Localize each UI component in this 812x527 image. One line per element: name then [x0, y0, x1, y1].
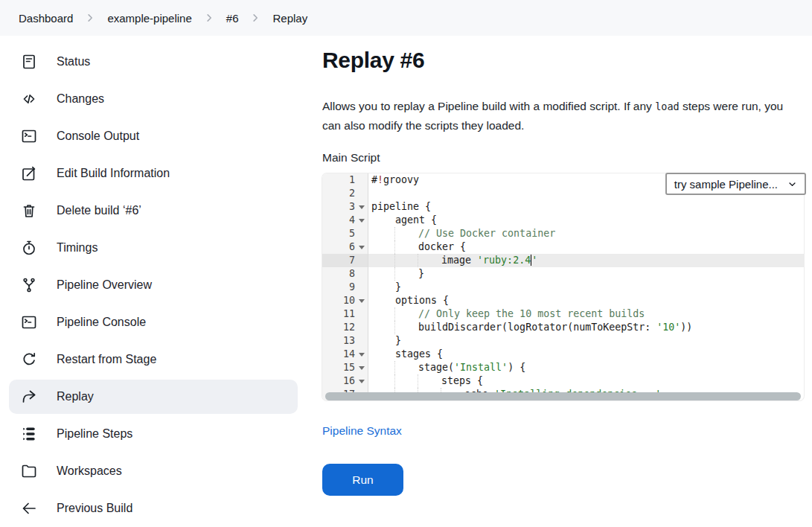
breadcrumb-item-6[interactable]: #6 — [226, 12, 239, 25]
gutter: 8 — [322, 267, 368, 281]
sidebar-item-label: Pipeline Steps — [57, 427, 132, 441]
sidebar-item-workspaces[interactable]: Workspaces — [9, 454, 298, 488]
fold-arrow-icon[interactable] — [355, 240, 368, 254]
description-text: Allows you to replay a Pipeline build wi… — [322, 100, 655, 112]
fold-arrow-icon[interactable] — [355, 374, 368, 388]
code-text[interactable]: docker { — [368, 240, 804, 254]
sidebar-item-restart-from-stage[interactable]: Restart from Stage — [9, 342, 298, 377]
breadcrumb-item-example-pipeline[interactable]: example-pipeline — [107, 12, 191, 25]
code-text[interactable]: stage('Install') { — [368, 361, 804, 374]
sidebar-item-status[interactable]: Status — [9, 45, 298, 79]
sidebar-item-label: Previous Build — [57, 502, 132, 515]
fold-spacer — [355, 334, 368, 348]
sidebar-item-console-output[interactable]: Console Output — [9, 119, 298, 153]
fold-spacer — [355, 187, 368, 200]
line-number: 4 — [322, 214, 355, 227]
token-comment: // Only keep the 10 most recent builds — [418, 308, 645, 319]
code-line[interactable]: 14stages { — [322, 348, 804, 361]
line-number: 15 — [322, 361, 355, 374]
sidebar-item-label: Delete build ‘#6’ — [57, 204, 141, 217]
code-text[interactable]: stages { — [368, 348, 804, 361]
token-plain: groovy — [383, 174, 419, 185]
fold-arrow-icon[interactable] — [355, 348, 368, 361]
code-text[interactable]: options { — [368, 294, 804, 307]
code-text[interactable]: pipeline { — [368, 200, 804, 214]
gutter: 13 — [322, 334, 368, 348]
token-string: ' — [531, 255, 537, 266]
token-string: '10' — [656, 322, 680, 333]
token-plain: steps { — [441, 375, 483, 386]
code-line[interactable]: 11// Only keep the 10 most recent builds — [322, 307, 804, 321]
indent-guide — [394, 374, 418, 388]
chevron-right-icon — [83, 11, 97, 25]
code-editor[interactable]: 1#!groovy23pipeline {4agent {5// Use Doc… — [322, 173, 804, 400]
indent-guide — [394, 361, 418, 374]
code-text[interactable]: // Use Docker container — [368, 227, 804, 240]
fold-arrow-icon[interactable] — [355, 200, 368, 214]
indent — [371, 334, 395, 348]
token-plain: agent { — [395, 214, 437, 226]
fold-spacer — [355, 267, 368, 281]
code-text[interactable]: } — [368, 267, 804, 281]
fold-arrow-icon[interactable] — [355, 361, 368, 374]
code-line[interactable]: 7image 'ruby:2.4' — [322, 254, 804, 267]
token-error: ! — [377, 174, 383, 185]
indent — [371, 307, 395, 321]
indent — [371, 214, 395, 227]
token-plain: stages { — [395, 348, 443, 360]
sidebar-item-label: Timings — [57, 241, 97, 255]
terminal-icon — [20, 127, 38, 145]
code-line[interactable]: 10options { — [322, 294, 804, 307]
line-number: 13 — [322, 334, 355, 348]
fold-arrow-icon[interactable] — [355, 214, 368, 227]
indent-guide — [394, 321, 418, 334]
sidebar-item-pipeline-overview[interactable]: Pipeline Overview — [9, 268, 298, 302]
sidebar-item-delete-build-6[interactable]: Delete build ‘#6’ — [9, 194, 298, 228]
sidebar-item-edit-build-information[interactable]: Edit Build Information — [9, 156, 298, 191]
code-text[interactable]: buildDiscarder(logRotator(numToKeepStr: … — [368, 321, 804, 334]
sidebar-item-label: Pipeline Console — [57, 316, 146, 329]
pipeline-syntax-link[interactable]: Pipeline Syntax — [322, 424, 402, 438]
sample-pipeline-select[interactable]: try sample Pipeline... — [665, 173, 806, 195]
sidebar-item-pipeline-steps[interactable]: Pipeline Steps — [9, 417, 298, 451]
indent-guide — [394, 267, 418, 281]
code-text[interactable]: // Only keep the 10 most recent builds — [368, 307, 804, 321]
run-button[interactable]: Run — [322, 464, 403, 496]
indent — [371, 361, 395, 374]
code-text[interactable]: image 'ruby:2.4' — [368, 254, 804, 267]
code-line[interactable]: 3pipeline { — [322, 200, 804, 214]
code-line[interactable]: 12buildDiscarder(logRotator(numToKeepStr… — [322, 321, 804, 334]
token-plain: options { — [395, 295, 449, 306]
line-number: 8 — [322, 267, 355, 281]
code-line[interactable]: 15stage('Install') { — [322, 361, 804, 374]
code-line[interactable]: 4agent { — [322, 214, 804, 227]
code-line[interactable]: 9} — [322, 281, 804, 294]
code-text[interactable]: steps { — [368, 374, 804, 388]
gutter: 6 — [322, 240, 368, 254]
sidebar-item-previous-build[interactable]: Previous Build — [9, 491, 298, 526]
status-icon — [20, 53, 38, 71]
gutter: 15 — [322, 361, 368, 374]
code-text[interactable]: } — [368, 334, 804, 348]
line-number: 6 — [322, 240, 355, 254]
code-line[interactable]: 13} — [322, 334, 804, 348]
breadcrumb-item-dashboard[interactable]: Dashboard — [19, 12, 73, 25]
indent-guide — [418, 374, 441, 388]
line-number: 12 — [322, 321, 355, 334]
sidebar-item-label: Replay — [57, 390, 94, 403]
sidebar-item-pipeline-console[interactable]: Pipeline Console — [9, 305, 298, 339]
code-line[interactable]: 5// Use Docker container — [322, 227, 804, 240]
sidebar-item-replay[interactable]: Replay — [9, 380, 298, 414]
sidebar-item-changes[interactable]: Changes — [9, 82, 298, 116]
code-line[interactable]: 8} — [322, 267, 804, 281]
code-line[interactable]: 16steps { — [322, 374, 804, 388]
code-text[interactable]: } — [368, 281, 804, 294]
fold-arrow-icon[interactable] — [355, 294, 368, 307]
token-string: 'Install' — [454, 362, 508, 373]
code-line[interactable]: 6docker { — [322, 240, 804, 254]
sidebar-item-timings[interactable]: Timings — [9, 231, 298, 265]
indent — [371, 240, 395, 254]
code-text[interactable]: agent { — [368, 214, 804, 227]
horizontal-scrollbar[interactable] — [325, 392, 801, 400]
line-number: 9 — [322, 281, 355, 294]
